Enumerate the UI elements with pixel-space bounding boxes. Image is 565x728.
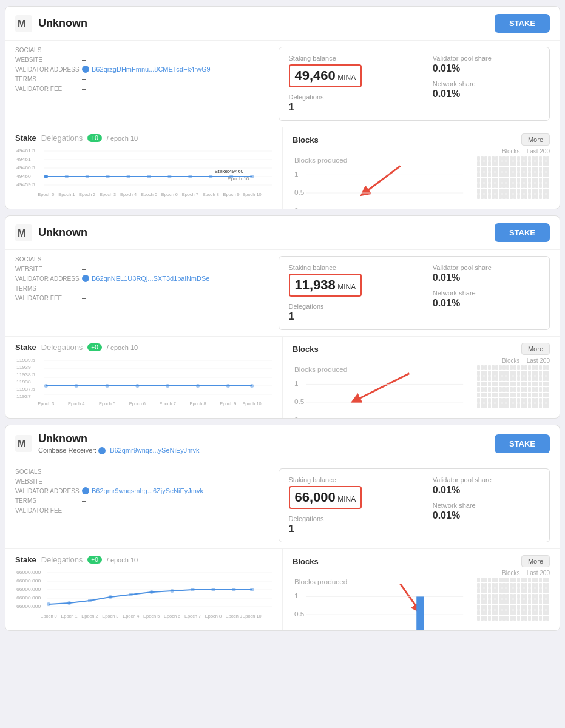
heatmap-cell xyxy=(492,605,495,610)
heatmap-cell xyxy=(535,578,538,582)
heatmap-cell xyxy=(532,382,535,386)
heatmap-cell xyxy=(510,398,513,403)
more-button-1[interactable]: More xyxy=(521,133,550,146)
more-button-3[interactable]: More xyxy=(521,555,550,567)
heatmap-cell xyxy=(517,578,520,582)
heatmap-cell xyxy=(539,393,542,397)
stake-tab-2[interactable]: Stake xyxy=(15,343,36,352)
heatmap-cell xyxy=(517,178,520,183)
heatmap-cell xyxy=(510,605,513,610)
heatmap-cell xyxy=(484,376,487,381)
svg-text:Epoch 10: Epoch 10 xyxy=(228,176,249,181)
heatmap-cell xyxy=(513,583,516,588)
heatmap-cell xyxy=(546,578,549,582)
svg-text:0: 0 xyxy=(294,416,299,419)
delegations-tab-3[interactable]: Delegations xyxy=(41,555,83,564)
staking-balance-box-1: 49,460 MINA xyxy=(289,64,362,87)
heatmap-cell xyxy=(499,161,502,166)
heatmap-cell xyxy=(502,393,506,397)
svg-rect-129 xyxy=(416,596,424,631)
heatmap-cell xyxy=(510,194,513,199)
heatmap-cell xyxy=(521,167,524,172)
heatmap-cell xyxy=(513,156,516,161)
svg-point-65 xyxy=(196,384,200,388)
address-value-2[interactable]: B62qnNEL1U3RQj...SXT3d1baiNmDSe xyxy=(92,275,209,282)
staking-balance-box-3: 66,000 MINA xyxy=(289,486,362,509)
coinbase-receiver-link-3[interactable]: B62qmr9wnqs...ySeNiEyJmvk xyxy=(110,447,199,454)
staking-balance-unit-2: MINA xyxy=(337,283,356,291)
heatmap-cell xyxy=(535,583,538,588)
staking-balance-label-1: Staking balance xyxy=(289,55,396,62)
heatmap-cell xyxy=(510,599,513,604)
delegations-tab-1[interactable]: Delegations xyxy=(41,133,83,143)
line-chart-svg-2: 11939.5 11939 11938.5 11938 11937.5 1193… xyxy=(15,356,272,410)
address-label-1: VALIDATOR ADDRESS xyxy=(15,66,82,73)
stake-button-2[interactable]: STAKE xyxy=(495,223,550,242)
address-icon-1 xyxy=(82,66,89,73)
heatmap-cell xyxy=(517,599,520,604)
svg-text:Epoch 0: Epoch 0 xyxy=(38,192,54,197)
heatmap-cell xyxy=(521,398,524,403)
pool-share-label-3: Validator pool share xyxy=(433,476,540,484)
heatmap-cell xyxy=(539,189,542,194)
fee-row-2: VALIDATOR FEE – xyxy=(15,294,266,302)
heatmap-cell xyxy=(484,194,487,199)
heatmap-cell xyxy=(492,376,495,381)
blocks-title-1: Blocks xyxy=(293,135,319,144)
heatmap-cell xyxy=(502,194,506,199)
heatmap-cell xyxy=(539,371,542,376)
svg-text:Epoch 6: Epoch 6 xyxy=(161,192,178,197)
heatmap-cell xyxy=(528,599,531,604)
heatmap-cell xyxy=(524,583,527,588)
heatmap-cell xyxy=(517,365,520,370)
heatmap-cell xyxy=(492,599,495,604)
heatmap-cell xyxy=(539,387,542,392)
heatmap-cell xyxy=(543,599,546,604)
stake-tab-1[interactable]: Stake xyxy=(15,133,36,143)
header-left-2: M Unknown xyxy=(15,224,87,241)
stake-button-3[interactable]: STAKE xyxy=(495,434,550,453)
heatmap-cell xyxy=(535,194,538,199)
delegations-tab-2[interactable]: Delegations xyxy=(41,343,83,352)
svg-text:M: M xyxy=(18,439,25,449)
heatmap-cell xyxy=(528,371,531,376)
address-value-3[interactable]: B62qmr9wnqsmhg...6ZjySeNiEyJmvk xyxy=(92,487,203,494)
heatmap-cell xyxy=(528,183,531,188)
heatmap-cell xyxy=(532,376,535,381)
heatmap-cell xyxy=(499,167,502,172)
stake-tab-3[interactable]: Stake xyxy=(15,555,36,564)
heatmap-cell xyxy=(524,167,527,172)
heatmap-cell xyxy=(517,387,520,392)
stake-button-1[interactable]: STAKE xyxy=(495,14,550,33)
heatmap-cell xyxy=(484,183,487,188)
heatmap-cell xyxy=(539,194,542,199)
heatmap-cell xyxy=(495,365,498,370)
fee-label-3: VALIDATOR FEE xyxy=(15,507,82,514)
line-chart-2: 11939.5 11939 11938.5 11938 11937.5 1193… xyxy=(15,356,272,410)
heatmap-cell xyxy=(517,594,520,599)
svg-text:Epoch 5: Epoch 5 xyxy=(99,401,115,406)
delegations-label-2: Delegations xyxy=(289,303,396,310)
blocks-inner-1: Blocks produced 1 0.5 0 xyxy=(293,148,550,203)
heatmap-cell xyxy=(546,189,549,194)
address-label-2: VALIDATOR ADDRESS xyxy=(15,275,82,282)
heatmap-cell xyxy=(481,382,484,386)
svg-text:Epoch 8: Epoch 8 xyxy=(205,613,222,619)
terms-label-3: TERMS xyxy=(15,497,82,504)
fee-label-1: VALIDATOR FEE xyxy=(15,86,82,92)
heatmap-cell xyxy=(524,365,527,370)
heatmap-cell xyxy=(506,156,509,161)
heatmap-cell xyxy=(543,588,546,593)
heatmap-cell xyxy=(499,605,502,610)
more-button-2[interactable]: More xyxy=(521,343,550,355)
chart-title-row-1: Stake Delegations +0 / epoch 10 xyxy=(15,133,138,143)
heatmap-cell xyxy=(499,183,502,188)
heatmap-cell xyxy=(510,578,513,582)
last200-label-1: Last 200 xyxy=(527,148,550,155)
heatmap-cell xyxy=(484,588,487,593)
fee-value-1: – xyxy=(82,85,86,92)
heatmap-cell xyxy=(492,371,495,376)
svg-point-105 xyxy=(170,589,174,593)
heatmap-cell xyxy=(528,161,531,166)
address-value-1[interactable]: B62qrzgDHmFmnu...8CMETcdFk4rwG9 xyxy=(92,66,211,73)
